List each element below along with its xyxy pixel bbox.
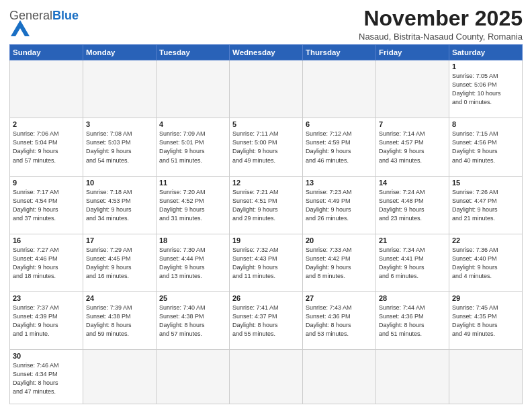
table-row: 26Sunrise: 7:41 AM Sunset: 4:37 PM Dayli…	[230, 291, 303, 349]
day-number: 2	[13, 120, 80, 128]
day-info: Sunrise: 7:24 AM Sunset: 4:48 PM Dayligh…	[379, 188, 446, 223]
day-info: Sunrise: 7:44 AM Sunset: 4:36 PM Dayligh…	[379, 304, 446, 338]
day-info: Sunrise: 7:18 AM Sunset: 4:53 PM Dayligh…	[86, 188, 153, 223]
day-number: 25	[159, 294, 226, 302]
table-row: 15Sunrise: 7:26 AM Sunset: 4:47 PM Dayli…	[449, 176, 523, 234]
day-info: Sunrise: 7:05 AM Sunset: 5:06 PM Dayligh…	[452, 72, 519, 107]
logo-icon	[11, 20, 30, 36]
day-number: 4	[159, 120, 226, 128]
table-row: 5Sunrise: 7:11 AM Sunset: 5:00 PM Daylig…	[230, 118, 303, 176]
calendar-week-row: 2Sunrise: 7:06 AM Sunset: 5:04 PM Daylig…	[10, 118, 523, 176]
table-row	[303, 350, 376, 404]
day-info: Sunrise: 7:09 AM Sunset: 5:01 PM Dayligh…	[159, 130, 226, 165]
table-row: 2Sunrise: 7:06 AM Sunset: 5:04 PM Daylig…	[10, 118, 83, 176]
table-row: 17Sunrise: 7:29 AM Sunset: 4:45 PM Dayli…	[83, 234, 157, 291]
header: GeneralBlue November 2025 Nasaud, Bistri…	[9, 7, 523, 42]
col-monday: Monday	[83, 45, 157, 60]
table-row: 6Sunrise: 7:12 AM Sunset: 4:59 PM Daylig…	[303, 118, 376, 176]
table-row: 19Sunrise: 7:32 AM Sunset: 4:43 PM Dayli…	[230, 234, 303, 291]
day-number: 8	[452, 120, 519, 128]
day-number: 27	[306, 294, 373, 302]
table-row	[83, 60, 157, 118]
day-number: 26	[232, 294, 300, 302]
day-info: Sunrise: 7:39 AM Sunset: 4:38 PM Dayligh…	[86, 304, 153, 338]
day-number: 28	[379, 294, 446, 302]
day-info: Sunrise: 7:11 AM Sunset: 5:00 PM Dayligh…	[232, 130, 300, 165]
table-row	[376, 60, 449, 118]
day-info: Sunrise: 7:14 AM Sunset: 4:57 PM Dayligh…	[379, 130, 446, 165]
day-info: Sunrise: 7:21 AM Sunset: 4:51 PM Dayligh…	[232, 188, 300, 223]
day-number: 3	[86, 120, 153, 128]
logo: GeneralBlue	[9, 9, 79, 39]
calendar-header-row: Sunday Monday Tuesday Wednesday Thursday…	[10, 45, 523, 60]
table-row	[376, 350, 449, 404]
calendar-week-row: 1Sunrise: 7:05 AM Sunset: 5:06 PM Daylig…	[10, 60, 523, 118]
day-number: 20	[306, 236, 373, 244]
table-row: 3Sunrise: 7:08 AM Sunset: 5:03 PM Daylig…	[83, 118, 157, 176]
table-row: 25Sunrise: 7:40 AM Sunset: 4:38 PM Dayli…	[157, 291, 230, 349]
day-info: Sunrise: 7:08 AM Sunset: 5:03 PM Dayligh…	[86, 130, 153, 165]
col-tuesday: Tuesday	[157, 45, 230, 60]
day-number: 11	[159, 179, 226, 187]
day-number: 23	[13, 294, 80, 302]
day-number: 19	[232, 236, 300, 244]
table-row	[157, 60, 230, 118]
table-row	[230, 350, 303, 404]
table-row	[83, 350, 157, 404]
table-row	[10, 60, 83, 118]
day-info: Sunrise: 7:37 AM Sunset: 4:39 PM Dayligh…	[13, 304, 80, 338]
day-number: 22	[452, 236, 519, 244]
logo-blue: Blue	[52, 9, 79, 22]
table-row: 27Sunrise: 7:43 AM Sunset: 4:36 PM Dayli…	[303, 291, 376, 349]
day-number: 29	[452, 294, 519, 302]
month-title: November 2025	[359, 7, 523, 30]
day-info: Sunrise: 7:20 AM Sunset: 4:52 PM Dayligh…	[159, 188, 226, 223]
table-row: 30Sunrise: 7:46 AM Sunset: 4:34 PM Dayli…	[10, 350, 83, 404]
table-row: 24Sunrise: 7:39 AM Sunset: 4:38 PM Dayli…	[83, 291, 157, 349]
day-info: Sunrise: 7:06 AM Sunset: 5:04 PM Dayligh…	[13, 130, 80, 165]
day-number: 12	[232, 179, 300, 187]
calendar-week-row: 16Sunrise: 7:27 AM Sunset: 4:46 PM Dayli…	[10, 234, 523, 291]
day-number: 18	[159, 236, 226, 244]
day-number: 7	[379, 120, 446, 128]
day-number: 5	[232, 120, 300, 128]
calendar-week-row: 9Sunrise: 7:17 AM Sunset: 4:54 PM Daylig…	[10, 176, 523, 234]
day-number: 30	[13, 352, 80, 360]
col-wednesday: Wednesday	[230, 45, 303, 60]
day-info: Sunrise: 7:41 AM Sunset: 4:37 PM Dayligh…	[232, 304, 300, 338]
day-info: Sunrise: 7:27 AM Sunset: 4:46 PM Dayligh…	[13, 246, 80, 281]
day-info: Sunrise: 7:30 AM Sunset: 4:44 PM Dayligh…	[159, 246, 226, 281]
table-row	[230, 60, 303, 118]
page: GeneralBlue November 2025 Nasaud, Bistri…	[0, 0, 532, 411]
table-row: 20Sunrise: 7:33 AM Sunset: 4:42 PM Dayli…	[303, 234, 376, 291]
day-number: 17	[86, 236, 153, 244]
table-row: 12Sunrise: 7:21 AM Sunset: 4:51 PM Dayli…	[230, 176, 303, 234]
table-row: 14Sunrise: 7:24 AM Sunset: 4:48 PM Dayli…	[376, 176, 449, 234]
day-number: 13	[306, 179, 373, 187]
table-row: 9Sunrise: 7:17 AM Sunset: 4:54 PM Daylig…	[10, 176, 83, 234]
day-info: Sunrise: 7:33 AM Sunset: 4:42 PM Dayligh…	[306, 246, 373, 281]
table-row: 21Sunrise: 7:34 AM Sunset: 4:41 PM Dayli…	[376, 234, 449, 291]
table-row	[449, 350, 523, 404]
day-number: 15	[452, 179, 519, 187]
col-saturday: Saturday	[449, 45, 523, 60]
logo-wordmark: GeneralBlue	[9, 9, 79, 39]
day-info: Sunrise: 7:15 AM Sunset: 4:56 PM Dayligh…	[452, 130, 519, 165]
day-number: 24	[86, 294, 153, 302]
day-number: 9	[13, 179, 80, 187]
day-info: Sunrise: 7:40 AM Sunset: 4:38 PM Dayligh…	[159, 304, 226, 338]
day-info: Sunrise: 7:43 AM Sunset: 4:36 PM Dayligh…	[306, 304, 373, 338]
table-row	[303, 60, 376, 118]
table-row: 10Sunrise: 7:18 AM Sunset: 4:53 PM Dayli…	[83, 176, 157, 234]
table-row: 29Sunrise: 7:45 AM Sunset: 4:35 PM Dayli…	[449, 291, 523, 349]
day-number: 10	[86, 179, 153, 187]
table-row: 22Sunrise: 7:36 AM Sunset: 4:40 PM Dayli…	[449, 234, 523, 291]
day-number: 6	[306, 120, 373, 128]
day-info: Sunrise: 7:36 AM Sunset: 4:40 PM Dayligh…	[452, 246, 519, 281]
day-info: Sunrise: 7:29 AM Sunset: 4:45 PM Dayligh…	[86, 246, 153, 281]
table-row: 8Sunrise: 7:15 AM Sunset: 4:56 PM Daylig…	[449, 118, 523, 176]
day-info: Sunrise: 7:32 AM Sunset: 4:43 PM Dayligh…	[232, 246, 300, 281]
table-row: 4Sunrise: 7:09 AM Sunset: 5:01 PM Daylig…	[157, 118, 230, 176]
table-row: 7Sunrise: 7:14 AM Sunset: 4:57 PM Daylig…	[376, 118, 449, 176]
day-number: 21	[379, 236, 446, 244]
